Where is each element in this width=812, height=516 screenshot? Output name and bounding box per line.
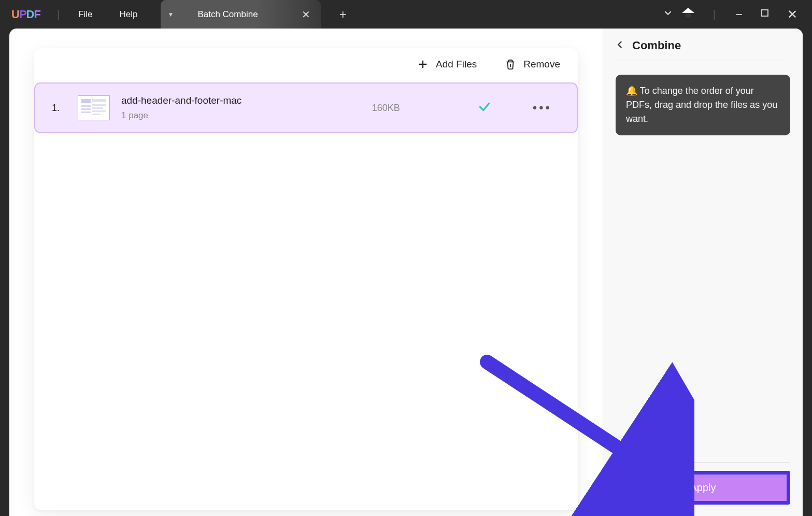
file-thumbnail <box>78 95 110 120</box>
titlebar: UPDF | File Help ▼ Batch Combine ✕ + | −… <box>0 0 812 29</box>
right-panel: Combine 🔔 To change the order of your PD… <box>603 29 803 516</box>
panel-title: Combine <box>632 39 681 52</box>
file-list: 1. add-header-and-footer-mac 1 page 160K… <box>34 80 578 135</box>
apply-button[interactable]: Apply <box>616 471 790 505</box>
main-area: Add Files Remove 1. add-header-and-foote… <box>9 29 603 516</box>
file-more-icon[interactable]: ••• <box>533 101 552 115</box>
file-pages: 1 page <box>121 110 241 121</box>
hint-text: To change the order of your PDFs, drag a… <box>626 86 777 124</box>
user-avatar-button[interactable] <box>685 11 691 18</box>
panel-header: Combine <box>616 39 790 61</box>
workspace: Add Files Remove 1. add-header-and-foote… <box>9 29 803 516</box>
back-icon[interactable] <box>616 39 625 52</box>
menu-file[interactable]: File <box>65 9 106 20</box>
minimize-button[interactable]: − <box>732 7 746 22</box>
file-meta: add-header-and-footer-mac 1 page <box>121 95 241 121</box>
files-card: Add Files Remove 1. add-header-and-foote… <box>34 48 578 510</box>
tab-dropdown-icon[interactable]: ▼ <box>168 11 174 18</box>
apply-section: Apply <box>616 462 790 516</box>
menu-help[interactable]: Help <box>106 9 151 20</box>
bell-icon: 🔔 <box>626 86 637 96</box>
file-name: add-header-and-footer-mac <box>121 95 241 106</box>
trash-icon <box>505 59 516 70</box>
tab-batch-combine[interactable]: ▼ Batch Combine ✕ <box>161 0 321 29</box>
tab-close-icon[interactable]: ✕ <box>302 8 310 21</box>
svg-rect-0 <box>762 10 768 16</box>
plus-icon <box>417 59 429 70</box>
divider: | <box>708 8 721 20</box>
add-files-button[interactable]: Add Files <box>417 59 477 70</box>
add-files-label: Add Files <box>436 59 477 70</box>
tab-title: Batch Combine <box>197 9 289 20</box>
collapse-icon[interactable] <box>662 7 674 21</box>
window-controls: | − ✕ <box>662 7 807 22</box>
hint-box: 🔔 To change the order of your PDFs, drag… <box>616 75 790 135</box>
files-toolbar: Add Files Remove <box>34 48 578 80</box>
file-index: 1. <box>52 103 63 114</box>
remove-label: Remove <box>523 59 560 70</box>
file-row[interactable]: 1. add-header-and-footer-mac 1 page 160K… <box>34 82 578 133</box>
status-ok-icon <box>478 100 491 116</box>
close-button[interactable]: ✕ <box>784 7 807 22</box>
new-tab-button[interactable]: + <box>321 7 365 22</box>
app-logo: UPDF <box>0 8 52 21</box>
remove-button[interactable]: Remove <box>505 59 560 70</box>
divider: | <box>52 8 65 20</box>
maximize-button[interactable] <box>757 8 773 20</box>
file-size: 160KB <box>372 103 400 114</box>
